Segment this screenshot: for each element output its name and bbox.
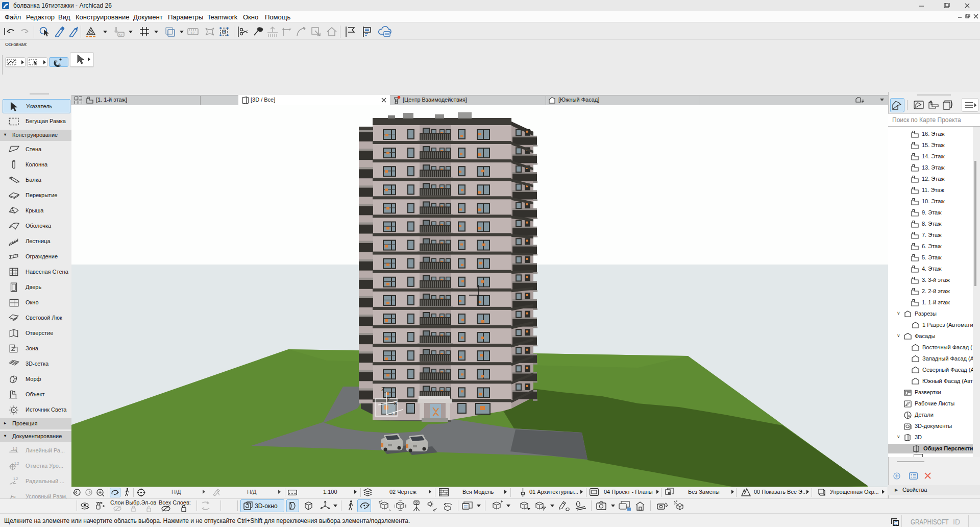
svg-text:1.2: 1.2 — [13, 477, 18, 481]
svg-text:12: 12 — [190, 31, 194, 35]
svg-text:XY: XY — [119, 33, 123, 36]
svg-text:1.2: 1.2 — [14, 462, 19, 465]
svg-text:y: y — [387, 395, 390, 401]
svg-text:x: x — [394, 400, 397, 406]
svg-text:Z: Z — [381, 386, 385, 392]
svg-text:x: x — [393, 410, 396, 416]
svg-text:1.2: 1.2 — [13, 447, 17, 450]
